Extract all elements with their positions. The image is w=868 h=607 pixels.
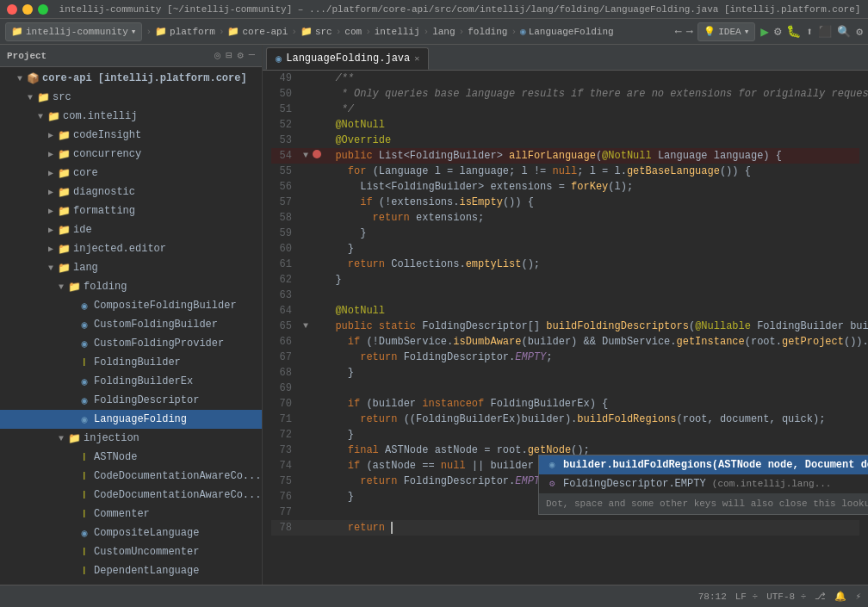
fold-arrow[interactable]: [299, 303, 313, 319]
breadcrumb-lang[interactable]: lang: [432, 27, 455, 37]
sidebar-item-CodeDocumentationAwareCo1[interactable]: Ⅰ CodeDocumentationAwareCo...: [0, 467, 262, 486]
collapse-all-icon[interactable]: ⊟: [226, 49, 232, 62]
sidebar-item-FoldingDescriptor[interactable]: ◉ FoldingDescriptor: [0, 391, 262, 410]
fold-arrow[interactable]: [299, 381, 313, 396]
sidebar-item-concurrency[interactable]: ▶ 📁 concurrency: [0, 145, 262, 164]
sidebar-item-src[interactable]: ▼ 📁 src: [0, 88, 262, 107]
minimize-button[interactable]: [22, 4, 33, 15]
sidebar-item-formatting[interactable]: ▶ 📁 formatting: [0, 201, 262, 220]
item-label: formatting: [73, 205, 135, 217]
fold-arrow[interactable]: [299, 195, 313, 210]
run-button[interactable]: ▶: [760, 23, 769, 40]
fold-arrow[interactable]: [299, 102, 313, 117]
fold-arrow[interactable]: [299, 350, 313, 365]
tab-LanguageFolding[interactable]: ◉ LanguageFolding.java ✕: [266, 47, 429, 70]
sidebar-item-core[interactable]: ▶ 📁 core: [0, 164, 262, 183]
sidebar-item-DependentLanguage[interactable]: Ⅰ DependentLanguage: [0, 561, 262, 580]
breadcrumb-src[interactable]: 📁 src: [301, 26, 332, 37]
line-number: 57: [271, 195, 299, 210]
breadcrumb-folding[interactable]: folding: [468, 27, 507, 37]
sidebar-item-CustomFoldingProvider[interactable]: ◉ CustomFoldingProvider: [0, 334, 262, 353]
build-icon[interactable]: ⚙: [774, 24, 781, 39]
fold-arrow[interactable]: [299, 505, 313, 520]
autocomplete-item-0[interactable]: ◉ builder.buildFoldRegions(ASTNode node,…: [539, 455, 868, 474]
cursor-position[interactable]: 78:12: [698, 592, 727, 602]
maximize-button[interactable]: [38, 4, 48, 15]
encoding[interactable]: UTF-8 ÷: [766, 592, 806, 602]
fold-arrow[interactable]: [299, 334, 313, 350]
sidebar-item-codeInsight[interactable]: ▶ 📁 codeInsight: [0, 126, 262, 145]
tab-close-button[interactable]: ✕: [414, 53, 419, 64]
fold-arrow[interactable]: [299, 257, 313, 272]
fold-arrow[interactable]: [299, 272, 313, 288]
sidebar-item-CompositeFoldingBuilder[interactable]: ◉ CompositeFoldingBuilder: [0, 296, 262, 315]
sidebar-item-CustomFoldingBuilder[interactable]: ◉ CustomFoldingBuilder: [0, 315, 262, 334]
breadcrumb-intellij[interactable]: intellij: [375, 27, 420, 37]
sidebar-item-com-intellij[interactable]: ▼ 📁 com.intellij: [0, 107, 262, 126]
close-button[interactable]: [7, 4, 17, 15]
line-separator[interactable]: LF ÷: [735, 592, 758, 602]
sidebar-item-CustomUncommenter[interactable]: Ⅰ CustomUncommenter: [0, 542, 262, 561]
fold-arrow[interactable]: [299, 489, 313, 505]
fold-arrow[interactable]: [299, 288, 313, 303]
fold-arrow[interactable]: [299, 458, 313, 474]
fold-arrow[interactable]: [299, 396, 313, 412]
debug-icon[interactable]: 🐛: [786, 24, 801, 39]
sidebar-item-injected-editor[interactable]: ▶ 📁 injected.editor: [0, 239, 262, 258]
fold-arrow[interactable]: [299, 164, 313, 179]
fold-arrow[interactable]: [299, 86, 313, 102]
autocomplete-item-1[interactable]: ⚙ FoldingDescriptor.EMPTY (com.intellij.…: [539, 474, 868, 493]
fold-arrow[interactable]: ▼: [299, 319, 313, 334]
fold-arrow[interactable]: [299, 210, 313, 226]
sidebar-item-CompositeLanguage[interactable]: ◉ CompositeLanguage: [0, 523, 262, 542]
sidebar-item-FoldingBuilderEx[interactable]: ◉ FoldingBuilderEx: [0, 372, 262, 391]
code-content[interactable]: 49 /** 50 * Only queries base language r…: [263, 71, 868, 585]
idea-button[interactable]: 💡 IDEA ▾: [698, 22, 755, 41]
fold-arrow[interactable]: [299, 412, 313, 427]
fold-arrow[interactable]: [299, 71, 313, 86]
terminal-icon[interactable]: ⬛: [818, 25, 832, 39]
sidebar-item-injection[interactable]: ▼ 📁 injection: [0, 429, 262, 448]
sidebar-item-lang[interactable]: ▼ 📁 lang: [0, 258, 262, 277]
fold-arrow[interactable]: [299, 133, 313, 148]
window-controls[interactable]: [7, 4, 48, 15]
code-line-63: 63: [271, 288, 859, 303]
sidebar-item-ide[interactable]: ▶ 📁 ide: [0, 220, 262, 239]
power-icon[interactable]: ⚡: [855, 591, 861, 602]
fold-arrow[interactable]: [299, 241, 313, 257]
fold-arrow[interactable]: [299, 520, 313, 536]
search-everywhere-icon[interactable]: 🔍: [837, 25, 851, 39]
fold-arrow[interactable]: [299, 427, 313, 443]
breadcrumb-label: platform: [170, 27, 215, 37]
git-icon[interactable]: ⎇: [815, 591, 826, 602]
sidebar-item-CodeDocumentationAwareCo2[interactable]: Ⅰ CodeDocumentationAwareCo...: [0, 486, 262, 505]
fold-arrow[interactable]: [299, 443, 313, 458]
breadcrumb-class[interactable]: ◉ LanguageFolding: [520, 26, 614, 37]
code-text: public List<FoldingBuilder> allForLangua…: [323, 148, 859, 164]
hide-icon[interactable]: —: [249, 49, 255, 62]
notifications-icon[interactable]: 🔔: [834, 591, 846, 602]
breadcrumb-com[interactable]: com: [344, 27, 362, 37]
fold-arrow[interactable]: [299, 226, 313, 241]
sidebar-item-diagnostic[interactable]: ▶ 📁 diagnostic: [0, 183, 262, 201]
sidebar-item-folding[interactable]: ▼ 📁 folding: [0, 277, 262, 296]
sidebar-item-FCTSBackedLighterAST[interactable]: ◉ FCTSBackedLighterAST: [0, 580, 262, 585]
fold-arrow[interactable]: ▼: [299, 148, 313, 164]
breadcrumb-core-api[interactable]: 📁 core-api: [227, 26, 288, 37]
sidebar-item-LanguageFolding[interactable]: ◉ LanguageFolding: [0, 410, 262, 429]
locate-icon[interactable]: ◎: [214, 49, 220, 62]
project-selector[interactable]: 📁 intellij-community ▾: [5, 22, 142, 41]
expand-arrow: ▶: [45, 149, 57, 159]
sidebar-item-Commenter[interactable]: Ⅰ Commenter: [0, 505, 262, 523]
sidebar-item-FoldingBuilder[interactable]: Ⅰ FoldingBuilder: [0, 353, 262, 372]
fold-arrow[interactable]: [299, 365, 313, 381]
sidebar-item-core-api[interactable]: ▼ 📦 core-api [intellij.platform.core]: [0, 69, 262, 88]
gear-icon[interactable]: ⚙: [238, 49, 244, 62]
fold-arrow[interactable]: [299, 117, 313, 133]
fold-arrow[interactable]: [299, 474, 313, 489]
fold-arrow[interactable]: [299, 179, 313, 195]
breadcrumb-platform[interactable]: 📁 platform: [155, 26, 215, 37]
settings-icon[interactable]: ⚙: [856, 25, 863, 39]
vcs-icon[interactable]: ⬆: [806, 25, 813, 39]
sidebar-item-ASTNode[interactable]: Ⅰ ASTNode: [0, 448, 262, 467]
